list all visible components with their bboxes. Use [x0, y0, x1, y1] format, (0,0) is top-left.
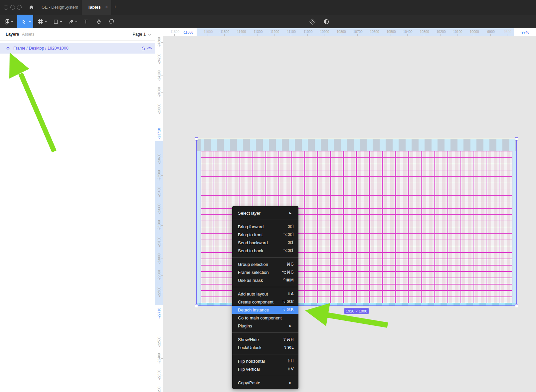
selection-handle-top-left[interactable]	[195, 137, 198, 140]
v-ruler-tick	[161, 242, 163, 242]
selection-handle-bottom-left[interactable]	[195, 304, 198, 307]
frame-tool-button[interactable]	[36, 15, 45, 28]
window-minimize-button[interactable]	[10, 5, 15, 10]
layer-row-frame[interactable]: Frame / Desktop / 1920×1000	[0, 43, 155, 54]
menu-item-bring-forward[interactable]: Bring forward⌘]	[232, 223, 298, 231]
menu-item-send-to-back[interactable]: Send to back⌥⌘[	[232, 247, 298, 255]
selection-handle-top-right[interactable]	[515, 137, 518, 140]
menu-item-plugins[interactable]: Plugins▶	[232, 322, 298, 330]
menu-item-label: Show/Hide	[238, 337, 283, 342]
submenu-arrow-icon: ▶	[289, 212, 294, 215]
h-ruler-tick	[224, 34, 225, 36]
menu-item-shortcut: ⌘]	[288, 224, 294, 229]
menu-item-shortcut: ⇧⌘L	[284, 345, 294, 350]
horizontal-ruler: -11800-11600-11500-11400-11300-11200-111…	[155, 28, 536, 36]
menu-item-detach-instance[interactable]: Detach instance⌥⌘B	[232, 306, 298, 314]
menu-item-shortcut: ⇧⌘H	[283, 337, 294, 342]
mask-icon[interactable]	[322, 15, 331, 28]
tab-layers[interactable]: Layers	[6, 32, 19, 37]
instance-diamond-icon	[6, 46, 10, 51]
v-ruler-label: -22300	[157, 370, 161, 380]
v-ruler-tick	[161, 109, 163, 109]
menu-item-label: Send to back	[238, 248, 283, 253]
h-ruler-tick	[424, 34, 424, 36]
h-ruler-label: -10400	[402, 30, 412, 34]
hand-tool-button[interactable]	[94, 15, 103, 28]
v-ruler-label: -23500	[157, 170, 161, 180]
new-tab-button[interactable]: +	[112, 4, 118, 10]
menu-item-use-as-mask[interactable]: Use as mask^⌘M	[232, 276, 298, 284]
eye-icon[interactable]	[147, 46, 152, 50]
v-ruler-tick	[161, 259, 163, 259]
menu-item-lock-unlock[interactable]: Lock/Unlock⇧⌘L	[232, 343, 298, 351]
h-ruler-tick	[174, 34, 175, 36]
v-ruler-tick	[161, 76, 163, 76]
tab-close-icon[interactable]: ×	[104, 4, 109, 10]
h-ruler-tick	[507, 34, 507, 36]
menu-item-go-to-main-component[interactable]: Go to main component	[232, 314, 298, 322]
menu-item-shortcut: ⌘G	[286, 262, 294, 267]
h-ruler-tick	[490, 34, 491, 36]
menu-item-send-backward[interactable]: Send backward⌘[	[232, 239, 298, 247]
menu-item-show-hide[interactable]: Show/Hide⇧⌘H	[232, 335, 298, 343]
h-ruler-tick	[208, 34, 208, 36]
page-selector[interactable]: Page 1	[132, 32, 146, 37]
menu-item-add-auto-layout[interactable]: Add auto layout⇧A	[232, 290, 298, 298]
menu-item-flip-vertical[interactable]: Flip vertical⇧V	[232, 365, 298, 373]
unlock-icon[interactable]	[141, 46, 145, 51]
v-ruler-label: -23200	[157, 220, 161, 230]
menu-item-shortcut: ⇧V	[287, 367, 294, 371]
window-close-button[interactable]	[4, 5, 8, 10]
menu-item-frame-selection[interactable]: Frame selection⌥⌘G	[232, 268, 298, 276]
menu-item-shortcut: ⌘[	[288, 240, 294, 245]
tab-file[interactable]: GE - DesignSystem	[37, 0, 83, 15]
h-ruler-tick	[357, 34, 358, 36]
menu-item-label: Add auto layout	[238, 292, 287, 296]
menu-item-select-layer[interactable]: Select layer▶	[232, 209, 298, 217]
menu-item-copy-paste[interactable]: Copy/Paste▶	[232, 379, 298, 387]
v-ruler-label: -22800	[157, 287, 161, 297]
context-menu: Select layer▶Bring forward⌘]Bring to fro…	[232, 206, 298, 389]
text-tool-button[interactable]	[82, 15, 90, 28]
menu-item-create-component[interactable]: Create component⌥⌘K	[232, 298, 298, 306]
h-ruler-label: -11600	[203, 30, 213, 34]
shape-tool-button[interactable]	[52, 15, 60, 28]
component-icon[interactable]	[308, 15, 317, 28]
v-ruler-label: -23400	[157, 187, 161, 197]
v-ruler-tick	[161, 225, 163, 226]
chevron-down-icon[interactable]	[148, 34, 151, 36]
selection-handle-bottom-right[interactable]	[515, 304, 518, 307]
layer-label: Frame / Desktop / 1920×1000	[13, 46, 69, 51]
h-ruler-tick	[291, 34, 291, 36]
v-ruler-label: -24100	[157, 70, 161, 81]
window-zoom-button[interactable]	[17, 5, 22, 10]
home-icon[interactable]	[29, 4, 34, 10]
h-ruler-tick	[324, 34, 324, 36]
v-ruler-label: -22400	[157, 353, 161, 363]
v-ruler-tick	[161, 92, 163, 93]
v-ruler-selection-end: -22718	[155, 305, 163, 321]
tab-tables[interactable]: Tables	[84, 0, 104, 15]
menu-item-shortcut: ⇧A	[287, 292, 294, 296]
v-ruler-label: -23900	[157, 103, 161, 114]
pen-tool-button[interactable]	[67, 15, 76, 28]
menu-separator	[232, 332, 298, 333]
menu-separator	[232, 354, 298, 354]
tab-assets[interactable]: Assets	[22, 32, 35, 37]
h-ruler-label: -11000	[302, 30, 312, 34]
menu-item-group-selection[interactable]: Group selection⌘G	[232, 260, 298, 268]
h-ruler-label: -10000	[468, 30, 479, 34]
menu-item-label: Select layer	[238, 211, 289, 216]
comment-tool-button[interactable]	[107, 15, 116, 28]
v-ruler-label: -23100	[157, 237, 161, 247]
h-ruler-tick	[341, 34, 341, 36]
menu-separator	[232, 220, 298, 220]
move-tool-button[interactable]	[17, 15, 33, 28]
h-ruler-tick	[391, 34, 391, 36]
h-ruler-tick	[457, 34, 457, 36]
layers-panel: Layers Assets Page 1 Frame / Desktop / 1…	[0, 28, 155, 392]
h-ruler-label: -9900	[486, 30, 495, 34]
menu-item-bring-to-front[interactable]: Bring to front⌥⌘]	[232, 231, 298, 239]
menu-item-flip-horizontal[interactable]: Flip horizontal⇧H	[232, 357, 298, 365]
menu-item-label: Send backward	[238, 240, 288, 245]
